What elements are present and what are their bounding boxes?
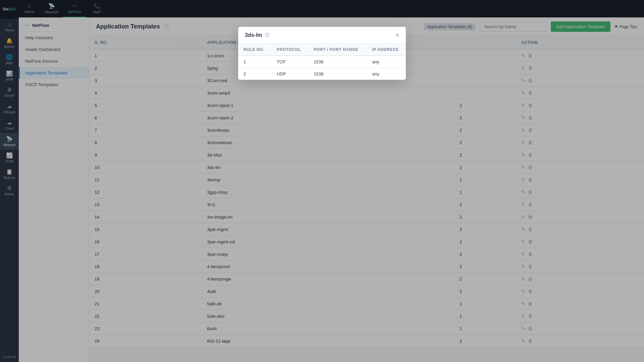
- modal-cell-ip: any: [367, 56, 406, 68]
- modal-table: Rule No. Protocol Port / Port Range IP A…: [238, 44, 406, 80]
- modal-overlay[interactable]: 3ds-lm ⓘ × Rule No. Protocol Port / Port…: [0, 0, 644, 362]
- modal-table-header: Rule No. Protocol Port / Port Range IP A…: [238, 44, 406, 56]
- modal-cell-protocol: TCP: [271, 56, 308, 68]
- modal: 3ds-lm ⓘ × Rule No. Protocol Port / Port…: [238, 27, 406, 80]
- modal-cell-rule-no: 2: [238, 68, 271, 80]
- modal-col-ip: IP Address: [367, 44, 406, 56]
- modal-close-button[interactable]: ×: [395, 32, 399, 38]
- modal-body: Rule No. Protocol Port / Port Range IP A…: [238, 44, 406, 80]
- modal-cell-rule-no: 1: [238, 56, 271, 68]
- modal-cell-port: 1538: [308, 68, 367, 80]
- modal-cell-port: 1538: [308, 56, 367, 68]
- modal-cell-protocol: UDP: [271, 68, 308, 80]
- modal-cell-ip: any: [367, 68, 406, 80]
- modal-info-icon[interactable]: ⓘ: [265, 32, 269, 38]
- modal-header: 3ds-lm ⓘ ×: [238, 27, 406, 44]
- modal-col-protocol: Protocol: [271, 44, 308, 56]
- modal-col-rule-no: Rule No.: [238, 44, 271, 56]
- modal-col-port: Port / Port Range: [308, 44, 367, 56]
- modal-title-text: 3ds-lm: [245, 32, 262, 38]
- modal-title: 3ds-lm ⓘ: [245, 32, 269, 38]
- modal-table-row: 2 UDP 1538 any: [238, 68, 406, 80]
- modal-table-row: 1 TCP 1538 any: [238, 56, 406, 68]
